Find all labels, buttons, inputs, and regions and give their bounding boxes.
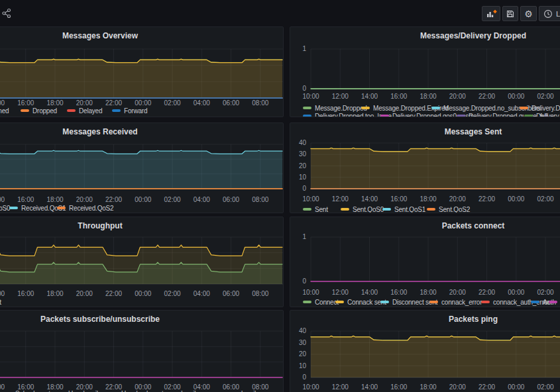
x-axis-label: 20:00 (443, 383, 472, 391)
legend-label: Suback sent (15, 390, 50, 392)
x-axis-label: 12:00 (325, 289, 355, 296)
legend-swatch (303, 301, 311, 303)
legend-item[interactable]: Forward (112, 107, 147, 115)
legend-swatch (303, 107, 311, 109)
x-axis-label: 08:00 (246, 99, 275, 107)
legend-swatch (112, 109, 121, 112)
y-axis-label: 0 (290, 85, 306, 92)
chart-packets-subscribe-unsubscribe[interactable] (0, 311, 284, 392)
x-axis-label: 00:00 (502, 195, 531, 203)
legend-item[interactable]: Connect (303, 298, 339, 306)
x-axis-label: 02:00 (531, 383, 560, 391)
x-axis-label: 18:00 (40, 290, 70, 297)
legend-swatch (380, 301, 389, 303)
x-axis-label: 14:00 (355, 383, 384, 391)
legend-item[interactable]: Unsubscribe (56, 389, 103, 392)
legend-item[interactable]: subscribe_auth_error (268, 389, 284, 392)
save-dashboard-icon (506, 9, 515, 19)
save-dashboard-button[interactable] (502, 6, 518, 21)
legend-label: Sent.QoS2 (439, 206, 470, 213)
legend-swatch (341, 208, 349, 211)
y-axis-label: 40 (290, 327, 306, 334)
x-axis-label: 14:00 (355, 195, 384, 203)
legend-swatch (57, 207, 66, 209)
legend-swatch (9, 207, 18, 209)
legend-swatch (382, 208, 391, 211)
y-axis-label: 1 (290, 45, 306, 52)
legend-item[interactable]: Delivery.Dropped.too_large (303, 112, 392, 117)
x-axis-label: 20:00 (70, 290, 99, 297)
x-axis-label: 20:00 (443, 93, 472, 100)
x-axis-label: 02:00 (531, 93, 560, 100)
x-axis-label: 00:00 (502, 383, 531, 391)
legend-swatch (457, 115, 465, 117)
x-axis-label: 10:00 (296, 195, 325, 203)
add-panel-button[interactable] (482, 6, 500, 21)
grafana-dashboard: { "toolbar": { "time_range": "Last 24 ho… (0, 0, 560, 392)
x-axis-label: 06:00 (217, 196, 246, 203)
legend-item[interactable]: Sent (303, 205, 328, 213)
legend-item[interactable]: Received.QoS2 (57, 204, 113, 212)
legend-item[interactable]: Delivery.Dropped.expired (524, 112, 560, 117)
legend-item[interactable]: Suback sent (3, 389, 50, 392)
legend-swatch (531, 301, 539, 303)
legend-label: Unsubscribe (68, 390, 103, 392)
legend-item[interactable]: Sent (0, 298, 1, 306)
share-icon[interactable] (1, 8, 12, 19)
add-panel-icon (486, 9, 497, 19)
x-axis-label: 14:00 (0, 99, 11, 107)
x-axis-label: 22:00 (99, 99, 129, 107)
x-axis-label: 14:00 (355, 93, 384, 100)
x-axis-label: 18:00 (40, 99, 70, 107)
legend-item[interactable]: subscribe_error (162, 389, 218, 392)
legend-label: Delayed (79, 107, 102, 115)
legend-label: Sent (0, 299, 1, 306)
x-axis-label: 16:00 (11, 196, 40, 203)
x-axis-label: 12:00 (325, 195, 355, 203)
y-axis-label: 10 (290, 173, 306, 181)
dashboard-settings-button[interactable]: ⚙ (520, 6, 537, 21)
x-axis-label: 18:00 (414, 289, 443, 296)
x-axis-label: 02:00 (531, 195, 560, 203)
legend-swatch (429, 301, 438, 303)
legend-item[interactable]: Unsuback sent (109, 389, 164, 392)
legend-item[interactable]: Message.Dropped (303, 104, 367, 112)
x-axis-label: 16:00 (11, 99, 40, 107)
legend-label: Dropped (32, 107, 57, 115)
legend-item[interactable]: connack_error (429, 298, 482, 306)
legend-item[interactable]: Delivery.Dropped (520, 104, 560, 112)
x-axis-label: 06:00 (217, 99, 246, 107)
x-axis-label: 02:00 (158, 196, 187, 203)
panel-packets-connect: Packets connect10:0012:0014:0016:0018:00… (290, 217, 560, 307)
legend-item[interactable]: Connack sent (335, 298, 386, 306)
legend-swatch (431, 107, 440, 109)
x-axis-label: 10:00 (296, 289, 325, 296)
x-axis-label: 04:00 (187, 99, 216, 107)
x-axis-label: 20:00 (443, 289, 472, 296)
legend-item[interactable]: Sent.QoS0 (341, 205, 384, 213)
legend-item[interactable]: Auth sent (549, 298, 560, 306)
time-range-picker[interactable]: Last 24 hours (539, 6, 560, 21)
x-axis-label: 16:00 (11, 290, 40, 297)
y-axis-label: 20 (290, 350, 306, 358)
x-axis-label: 22:00 (473, 383, 502, 391)
x-axis-label: 14:00 (355, 289, 384, 296)
legend-item[interactable]: Sent.QoS2 (427, 205, 470, 213)
chart-packets-ping[interactable] (290, 311, 560, 392)
legend-swatch (549, 301, 557, 303)
x-axis-label: 16:00 (384, 289, 414, 296)
legend-item[interactable]: Dropped (21, 107, 57, 115)
legend-item[interactable]: Sent.QoS1 (382, 205, 425, 213)
legend-item[interactable]: Delayed (67, 107, 102, 115)
x-axis-label: 02:00 (531, 289, 560, 296)
legend-item[interactable]: Retained (0, 107, 9, 115)
time-range-label: Last 24 hours (556, 10, 560, 18)
y-axis-label: 20 (290, 162, 306, 170)
x-axis-label: 18:00 (414, 383, 443, 391)
panel-messages-sent: Messages Sent10:0012:0014:0016:0018:0020… (290, 122, 560, 213)
panel-messages-delivery-dropped: Messages/Delivery Dropped10:0012:0014:00… (290, 26, 560, 117)
x-axis-label: 22:00 (99, 290, 129, 297)
x-axis-label: 00:00 (129, 99, 158, 107)
x-axis-label: 02:00 (158, 290, 187, 297)
y-axis-label: 10 (290, 362, 306, 369)
